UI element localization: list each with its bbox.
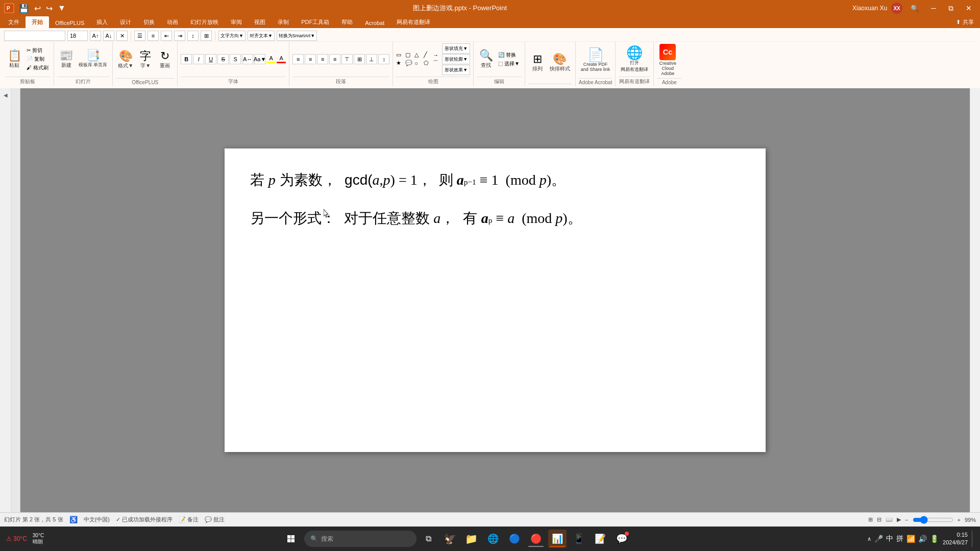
- quick-access-arrow[interactable]: ▼: [56, 4, 67, 13]
- tab-help[interactable]: 帮助: [335, 16, 359, 28]
- find-button[interactable]: 🔍 查找: [477, 49, 495, 70]
- font-family-input[interactable]: [4, 31, 65, 41]
- increase-indent[interactable]: ⇥: [174, 31, 185, 41]
- shape-triangle[interactable]: △: [414, 52, 423, 58]
- accessibility-icon[interactable]: ♿: [69, 516, 78, 523]
- user-avatar[interactable]: XX: [891, 3, 902, 14]
- case-button[interactable]: Aa▼: [254, 54, 265, 64]
- numbered-list[interactable]: ≡: [148, 31, 159, 41]
- shape-pentagon[interactable]: ⬠: [424, 60, 432, 66]
- arrange-button[interactable]: ⊞ 排列: [528, 53, 547, 73]
- select-button[interactable]: ⬚ 选择▼: [496, 60, 522, 68]
- highlight-color-btn[interactable]: A: [266, 55, 276, 63]
- shape-round[interactable]: ▢: [405, 52, 413, 58]
- taskbar-app-explorer[interactable]: 🦅: [441, 530, 459, 548]
- format-painter-button[interactable]: 🖌 格式刷: [24, 64, 51, 72]
- decrease-indent[interactable]: ⇤: [161, 31, 172, 41]
- font-color-btn[interactable]: A: [277, 55, 286, 63]
- view-reading-icon[interactable]: 📖: [886, 516, 893, 523]
- minimize-button[interactable]: ─: [927, 4, 940, 12]
- view-presenter-icon[interactable]: ▶: [897, 516, 901, 523]
- shape-callout[interactable]: 💬: [405, 60, 413, 66]
- zoom-in-icon[interactable]: +: [958, 517, 961, 523]
- char-btn[interactable]: 字 字▼: [136, 49, 155, 70]
- template-button[interactable]: 📑 模板库 单页库: [77, 49, 110, 69]
- zoom-slider[interactable]: [913, 516, 953, 524]
- undo-icon[interactable]: ↩: [33, 4, 42, 13]
- tab-officeplus[interactable]: OfficePLUS: [49, 18, 90, 28]
- search-bar[interactable]: 🔍 搜索: [304, 531, 416, 547]
- tab-acrobat[interactable]: Acrobat: [359, 18, 390, 28]
- comments-button[interactable]: 💬 批注: [205, 516, 225, 523]
- char-spacing-button[interactable]: A↔: [242, 54, 253, 64]
- share-button[interactable]: ⬆共享: [950, 16, 980, 28]
- format-btn[interactable]: 🎨 格式▼: [116, 49, 135, 70]
- underline-button[interactable]: U: [205, 54, 216, 64]
- bullet-list[interactable]: ☰: [134, 31, 145, 41]
- tab-file[interactable]: 文件: [2, 16, 26, 28]
- taskbar-app-browser[interactable]: 🌐: [484, 530, 502, 548]
- create-pdf-button[interactable]: 📄 Create PDFand Share link: [579, 47, 612, 73]
- taskbar-app-files[interactable]: 📁: [462, 530, 481, 548]
- taskbar-app-chrome[interactable]: 🔴: [527, 530, 545, 548]
- creative-cloud-button[interactable]: Cc CreativeCloudAdobe: [657, 43, 678, 77]
- paste-button[interactable]: 📋 粘贴: [5, 49, 23, 70]
- quick-style-button[interactable]: 🎨 快排样式: [548, 53, 572, 73]
- tray-expand-arrow[interactable]: ∧: [867, 536, 871, 542]
- ime-pinyin[interactable]: 拼: [896, 534, 903, 543]
- shape-rect[interactable]: ▭: [396, 52, 404, 58]
- align-bottom[interactable]: ⊥: [366, 54, 377, 64]
- mic-icon[interactable]: 🎤: [874, 535, 883, 543]
- copy-button[interactable]: 📄 复制: [24, 55, 51, 63]
- tab-insert[interactable]: 插入: [90, 16, 114, 28]
- tab-home[interactable]: 开始: [26, 16, 49, 28]
- slide-canvas[interactable]: 若 p 为素数， gcd( a , p ) = 1， 则 a p−1 ≡ 1 (…: [225, 148, 766, 452]
- tab-youdao[interactable]: 网易有道翻译: [390, 16, 436, 28]
- taskbar-app-store[interactable]: 🔵: [505, 530, 524, 548]
- justify[interactable]: ≡: [329, 54, 340, 64]
- shape-outline-btn[interactable]: 形状轮廓▼: [442, 54, 470, 64]
- columns[interactable]: ⊞: [201, 31, 212, 41]
- tab-review[interactable]: 审阅: [225, 16, 248, 28]
- start-button[interactable]: [281, 529, 301, 549]
- align-text-btn[interactable]: 对齐文本▼: [248, 31, 275, 41]
- shape-fill-btn[interactable]: 形状填充▼: [442, 43, 470, 54]
- bold-button[interactable]: B: [181, 54, 192, 64]
- tab-transitions[interactable]: 切换: [137, 16, 161, 28]
- line-spacing-btn[interactable]: ↕: [378, 54, 389, 64]
- tab-record[interactable]: 录制: [272, 16, 295, 28]
- shadow-button[interactable]: S: [230, 54, 241, 64]
- taskbar-app-phone[interactable]: 📱: [570, 530, 588, 548]
- taskbar-app-notes[interactable]: 📝: [591, 530, 609, 548]
- align-left[interactable]: ≡: [292, 54, 304, 64]
- tab-view[interactable]: 视图: [248, 16, 272, 28]
- show-desktop-btn[interactable]: [972, 531, 974, 547]
- align-right[interactable]: ≡: [317, 54, 328, 64]
- battery-icon[interactable]: 🔋: [930, 535, 939, 543]
- save-icon[interactable]: 💾: [17, 4, 31, 13]
- zoom-out-icon[interactable]: −: [905, 517, 908, 523]
- align-middle[interactable]: ⊞: [354, 54, 365, 64]
- shape-arrow[interactable]: →: [433, 52, 441, 58]
- task-view-button[interactable]: ⧉: [420, 530, 438, 548]
- font-size-decrease[interactable]: A↓: [103, 31, 114, 41]
- tab-design[interactable]: 设计: [114, 16, 137, 28]
- shape-line[interactable]: ╱: [424, 52, 432, 58]
- new-slide-button[interactable]: 📰 新建: [57, 49, 76, 70]
- line-spacing[interactable]: ↕: [187, 31, 199, 41]
- strikethrough-button[interactable]: S: [217, 54, 229, 64]
- redo-icon[interactable]: ↪: [44, 4, 54, 13]
- restore-button[interactable]: ⧉: [944, 4, 958, 13]
- taskbar-app-powerpoint[interactable]: 📊: [548, 530, 567, 548]
- volume-icon[interactable]: 🔊: [918, 535, 927, 543]
- clock-widget[interactable]: 0:15 2024/8/27: [943, 531, 968, 547]
- panel-toggle[interactable]: ◀: [3, 92, 8, 98]
- view-normal-icon[interactable]: ⊞: [868, 516, 873, 523]
- ime-chinese[interactable]: 中: [886, 534, 893, 543]
- redraw-btn[interactable]: ↻ 重画: [156, 49, 174, 70]
- close-button[interactable]: ✕: [962, 4, 976, 12]
- tab-slideshow[interactable]: 幻灯片放映: [184, 16, 225, 28]
- font-size-input[interactable]: [67, 31, 88, 41]
- search-button[interactable]: 🔍: [906, 5, 923, 12]
- youdao-button[interactable]: 🌐 打开网易有道翻译: [619, 45, 650, 74]
